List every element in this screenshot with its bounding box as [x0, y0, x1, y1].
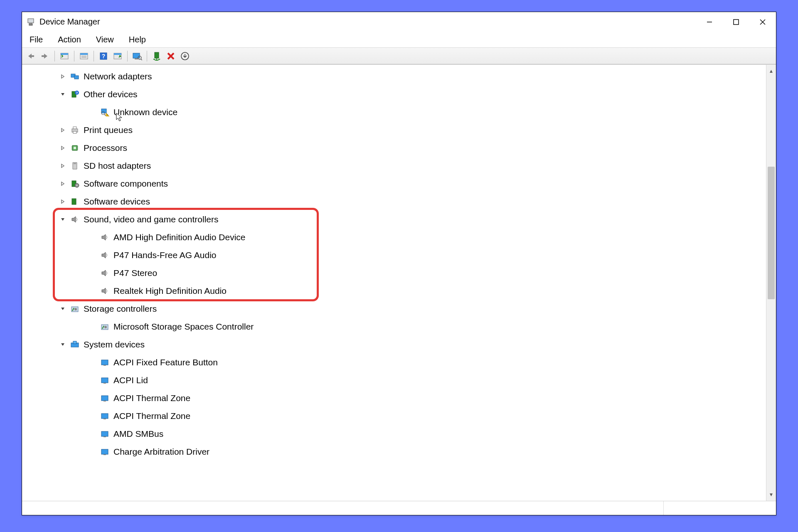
tree-item[interactable]: AMD SMBus [22, 425, 766, 443]
tree-item[interactable]: P47 Hands-Free AG Audio [22, 246, 766, 264]
uninstall-icon[interactable] [179, 50, 191, 62]
svg-point-56 [74, 308, 77, 310]
sound-icon [69, 215, 80, 224]
svg-rect-61 [101, 360, 108, 365]
tree-item[interactable]: Charge Arbitration Driver [22, 443, 766, 461]
system-item-icon [99, 394, 110, 403]
chevron-right-icon[interactable] [59, 162, 67, 170]
tree-item[interactable]: ACPI Thermal Zone [22, 389, 766, 407]
maximize-button[interactable] [723, 12, 749, 32]
tree-item[interactable]: ACPI Thermal Zone [22, 407, 766, 425]
properties-icon[interactable] [78, 50, 90, 62]
svg-rect-0 [28, 19, 34, 23]
speaker-icon [99, 268, 110, 278]
chevron-down-icon[interactable] [59, 340, 67, 349]
tree-item[interactable]: AMD High Definition Audio Device [22, 228, 766, 246]
tree-item-label: Charge Arbitration Driver [113, 447, 209, 456]
show-hidden-icon[interactable] [58, 50, 71, 62]
svg-point-58 [104, 326, 107, 328]
action-icon[interactable] [111, 50, 124, 62]
titlebar: Device Manager [22, 12, 776, 32]
chevron-down-icon[interactable] [59, 215, 67, 224]
tree-item[interactable]: Microsoft Storage Spaces Controller [22, 318, 766, 335]
scroll-up-icon[interactable]: ▲ [766, 66, 776, 76]
tree-category[interactable]: Print queues [22, 121, 766, 139]
statusbar [22, 501, 776, 515]
tree-category-label: Print queues [84, 126, 133, 134]
tree-category-label: Processors [84, 143, 127, 152]
svg-text:!: ! [107, 113, 108, 116]
tree-category[interactable]: System devices [22, 335, 766, 353]
svg-rect-8 [31, 55, 34, 57]
device-tree[interactable]: Network adapters?Other devices!Unknown d… [22, 65, 766, 501]
tree-category[interactable]: Software devices [22, 192, 766, 210]
tree-item[interactable]: ACPI Fixed Feature Button [22, 353, 766, 371]
svg-rect-29 [74, 76, 79, 79]
tree-item[interactable]: ACPI Lid [22, 371, 766, 389]
svg-rect-68 [103, 419, 106, 419]
tree-item-label: Microsoft Storage Spaces Controller [113, 322, 254, 331]
help-icon[interactable]: ? [97, 50, 110, 62]
system-item-icon [99, 429, 110, 438]
unknown-device-icon: ! [99, 108, 110, 117]
enable-device-icon[interactable] [150, 50, 163, 62]
tree-category-label: System devices [84, 340, 145, 349]
storage-item-icon [99, 322, 110, 331]
minimize-button[interactable] [696, 12, 723, 32]
system-item-icon [99, 358, 110, 367]
tree-item-label: Realtek High Definition Audio [113, 286, 227, 295]
tree-category[interactable]: Sound, video and game controllers [22, 210, 766, 228]
tree-item-label: ACPI Thermal Zone [113, 394, 190, 402]
tree-item[interactable]: !Unknown device [22, 103, 766, 121]
toolbar: ? [22, 48, 776, 64]
chevron-down-icon[interactable] [59, 305, 67, 313]
svg-rect-65 [101, 396, 108, 401]
close-button[interactable] [749, 12, 776, 32]
system-item-icon [99, 376, 110, 385]
chevron-right-icon[interactable] [59, 72, 67, 81]
scan-hardware-icon[interactable] [131, 50, 143, 62]
tree-category[interactable]: ?Other devices [22, 85, 766, 103]
tree-item-label: AMD SMBus [113, 429, 163, 438]
svg-rect-63 [101, 378, 108, 383]
tree-category-label: Sound, video and game controllers [84, 215, 219, 224]
svg-rect-41 [74, 147, 76, 149]
tree-item[interactable]: Realtek High Definition Audio [22, 282, 766, 300]
scroll-down-icon[interactable]: ▼ [766, 490, 776, 499]
svg-rect-19 [114, 53, 121, 55]
forward-arrow-icon[interactable] [39, 50, 51, 62]
tree-item-label: ACPI Thermal Zone [113, 411, 190, 420]
tree-category-label: Software components [84, 179, 168, 188]
storage-icon [69, 304, 80, 313]
tree-category[interactable]: SD host adapters [22, 157, 766, 175]
tree-item-label: P47 Hands-Free AG Audio [113, 251, 216, 259]
tree-category[interactable]: Processors [22, 139, 766, 157]
tree-item-label: ACPI Lid [113, 376, 148, 384]
tree-category-label: Storage controllers [84, 304, 157, 313]
network-icon [69, 72, 80, 81]
disable-device-icon[interactable] [165, 50, 177, 62]
vertical-scrollbar[interactable]: ▲ ▼ [766, 65, 776, 501]
speaker-icon [99, 286, 110, 296]
chevron-right-icon[interactable] [59, 197, 67, 206]
chevron-right-icon[interactable] [59, 144, 67, 152]
menu-view[interactable]: View [94, 34, 116, 45]
chevron-down-icon[interactable] [59, 90, 67, 99]
tree-category-label: Network adapters [84, 72, 152, 81]
svg-line-23 [141, 59, 142, 60]
menu-action[interactable]: Action [56, 34, 83, 45]
svg-rect-13 [80, 53, 88, 55]
menu-file[interactable]: File [28, 34, 44, 45]
scrollbar-thumb[interactable] [768, 167, 775, 299]
system-item-icon [99, 447, 110, 456]
chevron-right-icon[interactable] [59, 180, 67, 188]
tree-category[interactable]: Network adapters [22, 67, 766, 85]
svg-rect-66 [103, 401, 106, 401]
chevron-right-icon[interactable] [59, 126, 67, 134]
tree-category[interactable]: Software components [22, 175, 766, 192]
tree-item[interactable]: P47 Stereo [22, 264, 766, 282]
menu-help[interactable]: Help [127, 34, 148, 45]
tree-category[interactable]: Storage controllers [22, 300, 766, 318]
back-arrow-icon[interactable] [25, 50, 37, 62]
speaker-icon [99, 233, 110, 242]
